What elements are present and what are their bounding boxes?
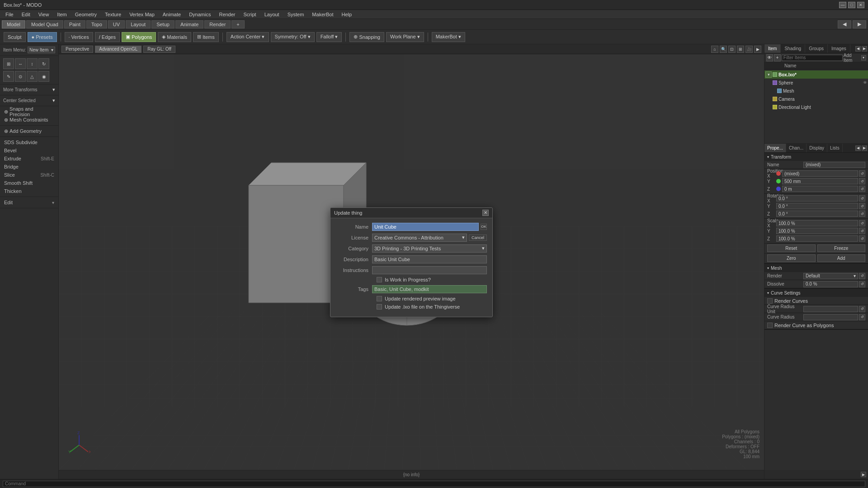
makerbot-btn[interactable]: MakerBot ▾ [432, 32, 465, 42]
menu-help[interactable]: Help [338, 11, 355, 18]
edit-dropdown-btn[interactable]: Edit ▾ [1, 198, 57, 206]
dialog-ok-btn[interactable]: OK [481, 224, 487, 230]
tab-shading[interactable]: Shading [781, 44, 805, 53]
pos-z-value[interactable]: 0 m [782, 186, 858, 192]
mode-uv[interactable]: UV [108, 20, 125, 28]
add-btn[interactable]: Add [817, 254, 866, 262]
curve-radius-value[interactable] [803, 314, 858, 320]
menu-vertex-map[interactable]: Vertex Map [126, 11, 158, 18]
dialog-description-input[interactable] [372, 255, 487, 263]
rot-y-value[interactable]: 0.0 ° [776, 203, 858, 209]
item-row-box[interactable]: ▾ Box.lxo* [764, 70, 868, 79]
item-vis-btn[interactable]: 👁 [766, 54, 773, 61]
bridge-btn[interactable]: Bridge [1, 163, 57, 171]
dialog-close-btn[interactable]: ✕ [482, 210, 489, 216]
tab-groups[interactable]: Groups [805, 44, 828, 53]
props-name-value[interactable]: (mixed) [803, 162, 865, 168]
raygl-btn[interactable]: Ray GL: Off [143, 46, 175, 53]
scale-x-value[interactable]: 100.0 % [776, 220, 858, 226]
props-tab-lists[interactable]: Lists [827, 144, 843, 152]
item-row-light[interactable]: Directional Light [764, 103, 868, 111]
reset-btn[interactable]: Reset [767, 244, 816, 252]
scale-x-reset[interactable]: ↺ [859, 220, 865, 226]
props-expand-btn2[interactable]: ▶ [862, 145, 867, 151]
dissolve-value[interactable]: 0.0 % [803, 281, 858, 287]
snaps-btn[interactable]: ⊕ Snaps and Precision [1, 108, 57, 116]
menu-texture[interactable]: Texture [101, 11, 125, 18]
vp-home-btn[interactable]: ⌂ [711, 46, 718, 53]
mode-model[interactable]: Model [2, 20, 25, 28]
curve-radius-reset[interactable]: ↺ [859, 314, 865, 320]
dialog-category-select[interactable]: 3D Printing - 3D Printing Tests ▾ [372, 244, 487, 253]
menu-animate[interactable]: Animate [159, 11, 184, 18]
mode-paint[interactable]: Paint [64, 20, 85, 28]
props-expand-btn[interactable]: ◀ [855, 145, 861, 151]
tool-icon-2[interactable]: ↔ [15, 58, 26, 69]
vp-cam-btn[interactable]: 🎥 [745, 46, 753, 53]
dialog-instructions-input[interactable] [372, 266, 487, 274]
maximize-btn[interactable]: □ [848, 2, 855, 8]
vp-search-btn[interactable]: 🔍 [720, 46, 727, 53]
item-row-mesh[interactable]: Mesh [764, 87, 868, 95]
pos-x-value[interactable]: (mixed) [782, 170, 858, 177]
menu-script[interactable]: Script [240, 11, 260, 18]
slice-btn[interactable]: Slice Shift-C [1, 171, 57, 179]
extrude-btn[interactable]: Extrude Shift-E [1, 155, 57, 163]
item-add-btn[interactable]: + [774, 54, 781, 61]
menu-view[interactable]: View [35, 11, 53, 18]
bevel-btn[interactable]: Bevel [1, 146, 57, 155]
tab-images[interactable]: Images [828, 44, 850, 53]
pos-x-reset[interactable]: ↺ [859, 170, 865, 177]
collapse-right-btn[interactable]: ◀ [838, 20, 851, 28]
dissolve-reset[interactable]: ↺ [859, 281, 865, 287]
pos-z-reset[interactable]: ↺ [859, 186, 865, 192]
curve-unit-reset[interactable]: ↺ [859, 306, 865, 312]
menu-makerbot[interactable]: MakerBot [308, 11, 337, 18]
rot-x-reset[interactable]: ↺ [859, 195, 865, 202]
tool-icon-7[interactable]: △ [27, 71, 38, 82]
dialog-update-file-checkbox[interactable] [377, 304, 382, 310]
props-tab-properties[interactable]: Prope... [764, 144, 786, 152]
menu-dynamics[interactable]: Dynamics [185, 11, 214, 18]
render-as-poly-checkbox[interactable] [767, 323, 773, 328]
tab-item[interactable]: Item [764, 44, 781, 53]
zero-btn[interactable]: Zero [767, 254, 816, 262]
pos-y-reset[interactable]: ↺ [859, 178, 865, 184]
props-tab-channels[interactable]: Chan... [786, 144, 807, 152]
curve-section-header[interactable]: ▾ Curve Settings [764, 289, 868, 297]
panel-expand-btn2[interactable]: ▶ [862, 46, 867, 52]
panel-expand-btn[interactable]: ◀ [855, 46, 861, 52]
props-tab-display[interactable]: Display [807, 144, 827, 152]
rot-y-reset[interactable]: ↺ [859, 203, 865, 209]
menu-render[interactable]: Render [215, 11, 239, 18]
pos-y-value[interactable]: 500 mm [782, 178, 858, 184]
render-dropdown[interactable]: Default ▾ [803, 273, 858, 279]
item-row-camera[interactable]: Camera [764, 95, 868, 103]
dialog-wip-checkbox[interactable] [377, 277, 382, 282]
render-reset[interactable]: ↺ [859, 273, 865, 279]
menu-system[interactable]: System [284, 11, 308, 18]
command-input[interactable] [3, 481, 865, 487]
item-menu-dropdown[interactable]: New Item ▾ [28, 47, 55, 53]
3d-viewport[interactable]: X Y Z All Polygons Polygons : (mixed) Ch… [59, 54, 764, 470]
work-plane-btn[interactable]: Work Plane ▾ [386, 32, 424, 42]
vp-fit-btn[interactable]: ⊡ [728, 46, 736, 53]
edges-btn[interactable]: / Edges [95, 32, 120, 42]
tool-icon-3[interactable]: ↕ [27, 58, 38, 69]
scale-z-reset[interactable]: ↺ [859, 235, 865, 242]
dialog-cancel-btn[interactable]: Cancel [469, 235, 487, 241]
filter-items-input[interactable] [782, 55, 843, 61]
tool-icon-6[interactable]: ⊙ [15, 71, 26, 82]
dialog-license-select[interactable]: Creative Commons - Attribution ▾ [372, 234, 467, 242]
add-geometry-btn[interactable]: ⊕ Add Geometry [1, 127, 57, 135]
rot-z-reset[interactable]: ↺ [859, 211, 865, 217]
mode-add[interactable]: + [231, 20, 244, 28]
scale-y-reset[interactable]: ↺ [859, 228, 865, 234]
mode-render[interactable]: Render [204, 20, 231, 28]
transform-section-header[interactable]: ▾ Transform [764, 153, 868, 161]
tool-icon-4[interactable]: ↻ [38, 58, 49, 69]
symmetry-btn[interactable]: Symmetry: Off ▾ [271, 32, 315, 42]
item-more-btn[interactable]: ▾ [861, 55, 866, 61]
menu-item[interactable]: Item [53, 11, 70, 18]
mode-animate[interactable]: Animate [175, 20, 203, 28]
